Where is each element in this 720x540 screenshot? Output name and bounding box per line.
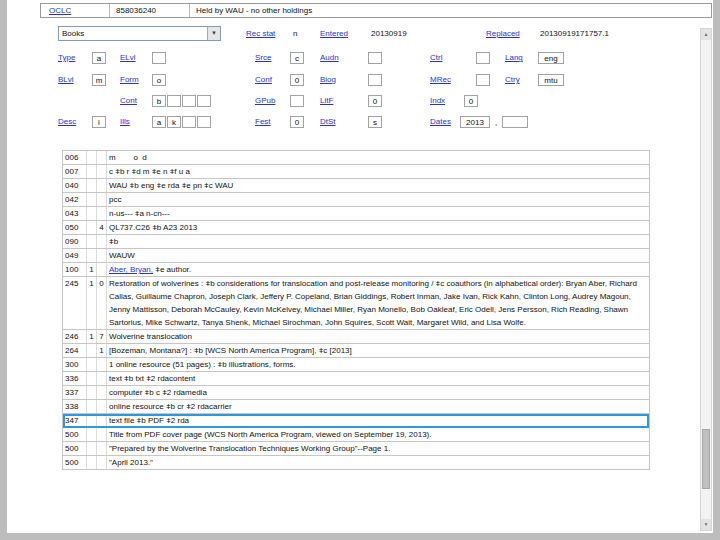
field-ind2[interactable]: [97, 456, 107, 469]
marc-field-row[interactable]: 100 1 Aber, Bryan, ǂe author.: [63, 263, 649, 277]
recstat-label[interactable]: Rec stat: [246, 29, 275, 39]
marc-field-row[interactable]: 040 WAU ǂb eng ǂe rda ǂe pn ǂc WAU: [63, 179, 649, 193]
field-tag[interactable]: 500: [63, 442, 87, 455]
ff-ills-box-4[interactable]: [197, 116, 211, 128]
field-content[interactable]: c ǂb r ǂd m ǂe n ǂf u a: [107, 165, 649, 178]
field-content[interactable]: online resource ǂb cr ǂ2 rdacarrier: [107, 400, 649, 413]
marc-field-row[interactable]: 007 c ǂb r ǂd m ǂe n ǂf u a: [63, 165, 649, 179]
ff-dtst-label[interactable]: DtSt: [320, 117, 336, 127]
marc-field-row[interactable]: 337 computer ǂb c ǂ2 rdamedia: [63, 386, 649, 400]
marc-field-row[interactable]: 245 1 0 Restoration of wolverines : ǂb c…: [63, 277, 649, 330]
field-content[interactable]: Restoration of wolverines : ǂb considera…: [107, 277, 649, 329]
ff-fest-box[interactable]: 0: [290, 116, 304, 128]
field-content[interactable]: Title from PDF cover page (WCS North Ame…: [107, 428, 649, 441]
field-ind2[interactable]: [97, 358, 107, 371]
ff-cont-box-3[interactable]: [182, 95, 196, 107]
field-ind2[interactable]: [97, 235, 107, 248]
field-tag[interactable]: 500: [63, 456, 87, 469]
field-tag[interactable]: 050: [63, 221, 87, 234]
field-content[interactable]: WAU ǂb eng ǂe rda ǂe pn ǂc WAU: [107, 179, 649, 192]
ff-litf-box[interactable]: 0: [368, 95, 382, 107]
marc-field-row[interactable]: 042 pcc: [63, 193, 649, 207]
field-ind2[interactable]: [97, 179, 107, 192]
ff-type-label[interactable]: Type: [58, 53, 75, 63]
ff-cont-box-1[interactable]: b: [152, 95, 166, 107]
ff-ills-box-1[interactable]: a: [152, 116, 166, 128]
ff-litf-label[interactable]: LitF: [320, 96, 333, 106]
field-content[interactable]: 1 online resource (51 pages) : ǂb illust…: [107, 358, 649, 371]
field-ind2[interactable]: [97, 207, 107, 220]
dropdown-arrow-icon[interactable]: ▼: [207, 27, 220, 40]
field-content[interactable]: Wolverine translocation: [107, 330, 649, 343]
field-content[interactable]: "Prepared by the Wolverine Translocation…: [107, 442, 649, 455]
field-ind2[interactable]: [97, 249, 107, 262]
ff-ctrl-label[interactable]: Ctrl: [430, 53, 442, 63]
ff-ctrl-box[interactable]: [476, 52, 490, 64]
field-ind1[interactable]: 1: [87, 263, 97, 276]
ff-dates-box-1[interactable]: 2013: [460, 116, 490, 128]
ff-mrec-box[interactable]: [476, 74, 490, 86]
field-ind1[interactable]: [87, 165, 97, 178]
ff-ills-box-2[interactable]: k: [167, 116, 181, 128]
ff-form-box[interactable]: o: [152, 74, 166, 86]
field-ind1[interactable]: [87, 221, 97, 234]
field-ind1[interactable]: [87, 193, 97, 206]
field-ind1[interactable]: [87, 207, 97, 220]
field-content[interactable]: text file ǂb PDF ǂ2 rda: [107, 414, 649, 427]
field-ind2[interactable]: [97, 372, 107, 385]
marc-field-row[interactable]: 500 "Prepared by the Wolverine Transloca…: [63, 442, 649, 456]
ff-audn-label[interactable]: Audn: [320, 53, 339, 63]
ff-fest-label[interactable]: Fest: [255, 117, 271, 127]
field-content[interactable]: "April 2013.": [107, 456, 649, 469]
field-ind1[interactable]: [87, 414, 97, 427]
ff-dates-label[interactable]: Dates: [430, 117, 451, 127]
field-content[interactable]: [Bozeman, Montana?] : ǂb [WCS North Amer…: [107, 344, 649, 357]
scrollbar-thumb[interactable]: [702, 429, 710, 489]
field-tag[interactable]: 043: [63, 207, 87, 220]
field-ind1[interactable]: 1: [87, 277, 97, 329]
marc-field-row[interactable]: 500 "April 2013.": [63, 456, 649, 470]
replaced-label[interactable]: Replaced: [486, 29, 520, 39]
marc-field-row[interactable]: 090 ǂb: [63, 235, 649, 249]
field-ind1[interactable]: [87, 358, 97, 371]
field-ind2[interactable]: 1: [97, 344, 107, 357]
field-content[interactable]: Aber, Bryan, ǂe author.: [107, 263, 649, 276]
marc-field-row[interactable]: 336 text ǂb txt ǂ2 rdacontent: [63, 372, 649, 386]
field-ind2[interactable]: [97, 428, 107, 441]
scroll-down-icon[interactable]: ▼: [701, 519, 711, 530]
ff-ctry-box[interactable]: mtu: [538, 74, 564, 86]
field-tag[interactable]: 347: [63, 414, 87, 427]
ff-ills-box-3[interactable]: [182, 116, 196, 128]
ff-elvl-label[interactable]: ELvl: [120, 53, 136, 63]
marc-field-row[interactable]: 500 Title from PDF cover page (WCS North…: [63, 428, 649, 442]
field-ind2[interactable]: 0: [97, 277, 107, 329]
field-ind2[interactable]: [97, 165, 107, 178]
ff-cont-box-4[interactable]: [197, 95, 211, 107]
field-ind1[interactable]: [87, 400, 97, 413]
field-tag[interactable]: 337: [63, 386, 87, 399]
marc-field-row[interactable]: 006 m o d: [63, 151, 649, 165]
field-ind1[interactable]: 1: [87, 330, 97, 343]
ff-form-label[interactable]: Form: [120, 75, 139, 85]
field-tag[interactable]: 246: [63, 330, 87, 343]
field-tag[interactable]: 006: [63, 151, 87, 164]
ff-biog-box[interactable]: [368, 74, 382, 86]
field-tag[interactable]: 090: [63, 235, 87, 248]
field-content[interactable]: text ǂb txt ǂ2 rdacontent: [107, 372, 649, 385]
ff-conf-label[interactable]: Conf: [255, 75, 272, 85]
field-tag[interactable]: 338: [63, 400, 87, 413]
field-tag[interactable]: 336: [63, 372, 87, 385]
field-tag[interactable]: 040: [63, 179, 87, 192]
field-tag[interactable]: 100: [63, 263, 87, 276]
ff-gpub-box[interactable]: [290, 95, 304, 107]
field-ind1[interactable]: [87, 151, 97, 164]
field-ind2[interactable]: 7: [97, 330, 107, 343]
ff-srce-label[interactable]: Srce: [255, 53, 271, 63]
field-ind1[interactable]: [87, 442, 97, 455]
ff-conf-box[interactable]: 0: [290, 74, 304, 86]
ff-biog-label[interactable]: Biog: [320, 75, 336, 85]
field-tag[interactable]: 264: [63, 344, 87, 357]
ff-desc-label[interactable]: Desc: [58, 117, 76, 127]
field-ind1[interactable]: [87, 428, 97, 441]
field-content[interactable]: n-us--- ǂa n-cn---: [107, 207, 649, 220]
